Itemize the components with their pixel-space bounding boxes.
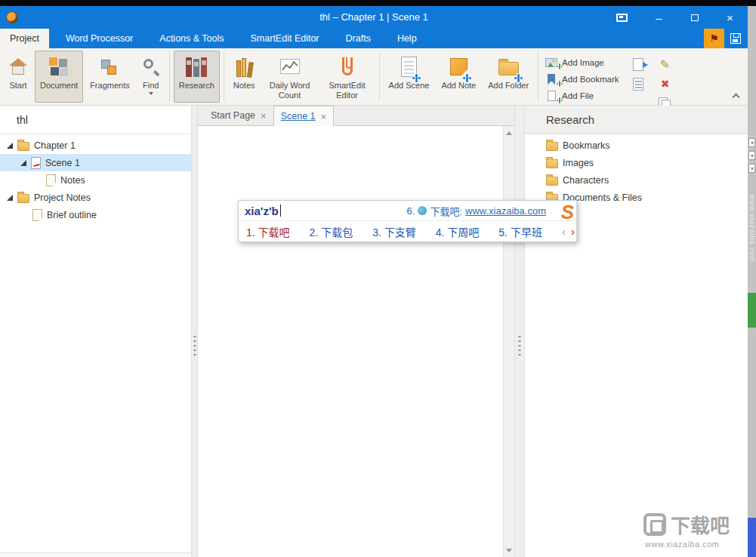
ribbon-find-button[interactable]: Find (137, 51, 165, 103)
splitter-grip[interactable] (519, 336, 521, 355)
export-document-button[interactable] (628, 55, 648, 73)
menu-actions-tools[interactable]: Actions & Tools (150, 29, 233, 48)
ribbon-label: Find (143, 81, 159, 91)
close-button[interactable]: × (712, 6, 748, 29)
ribbon-add-folder-button[interactable]: Add Folder (483, 51, 534, 103)
ribbon-daily-word-count-button[interactable]: Daily Word Count (262, 51, 318, 103)
add-file-button[interactable]: Add File (543, 88, 619, 104)
tree-item-bookmarks[interactable]: Bookmarks (525, 137, 748, 154)
watermark-url: www.xiazaiba.com (643, 540, 748, 549)
app-window: thl – Chapter 1 | Scene 1 – × Project Wo… (0, 0, 748, 557)
folder-icon (17, 142, 29, 151)
edge-watermark-text: www.xiazaiba.com (748, 195, 756, 263)
menu-drafts[interactable]: Drafts (336, 29, 381, 48)
ime-prev-page-button[interactable]: ‹ (562, 225, 566, 238)
tree-item-label: Project Notes (34, 192, 91, 203)
binders-icon (186, 54, 207, 79)
titlebar[interactable]: thl – Chapter 1 | Scene 1 – × (0, 6, 748, 29)
tab-close-icon[interactable]: × (261, 110, 267, 122)
right-splitter[interactable] (514, 106, 525, 557)
menu-smartedit-editor[interactable]: SmartEdit Editor (241, 29, 329, 48)
menu-help[interactable]: Help (387, 29, 427, 48)
ribbon-toolbar: Start Document Fragments Find Research N… (0, 48, 748, 106)
maximize-button[interactable] (677, 6, 712, 29)
ribbon-document-button[interactable]: Document (35, 51, 83, 103)
tab-label: Start Page (211, 110, 255, 121)
document-list-button[interactable] (628, 75, 648, 93)
favicon-icon (418, 206, 427, 215)
note-icon (32, 209, 42, 221)
text-editor-surface[interactable] (198, 126, 514, 557)
ribbon-smartedit-editor-button[interactable]: SmartEdit Editor (319, 51, 375, 103)
add-note-icon (450, 54, 467, 79)
menubar: Project Word Processor Actions & Tools S… (0, 29, 748, 48)
scene-document-icon (31, 157, 41, 169)
ime-web-url[interactable]: www.xiazaiba.com (465, 205, 546, 217)
ime-candidate-2[interactable]: 2. 下载包 (310, 224, 353, 239)
ime-candidate-3[interactable]: 3. 下支臂 (372, 224, 416, 239)
tab-start-page[interactable]: Start Page × (204, 106, 273, 125)
edge-artifact (748, 518, 756, 557)
ribbon-label: SmartEdit Editor (325, 81, 370, 100)
vertical-scrollbar[interactable] (503, 126, 514, 557)
ribbon-separator (169, 51, 170, 101)
paperclip-icon (342, 54, 353, 79)
tree-item-label: Chapter 1 (34, 140, 76, 151)
folder-icon (546, 159, 558, 168)
splitter-grip[interactable] (193, 336, 196, 355)
window-title: thl – Chapter 1 | Scene 1 (0, 6, 748, 29)
ime-web-suggestion[interactable]: 6. 下载吧: www.xiazaiba.com (407, 204, 546, 218)
ime-next-page-button[interactable]: › (571, 225, 575, 238)
save-button[interactable] (724, 29, 746, 48)
tree-item-images[interactable]: Images (525, 154, 748, 171)
delete-button[interactable]: ✖ (656, 75, 675, 93)
ime-candidate-1[interactable]: 1. 下载吧 (246, 224, 290, 239)
collapse-ribbon-button[interactable] (730, 91, 742, 101)
ime-popup: xia'z'b 6. 下载吧: www.xiazaiba.com 1. 下载吧 … (238, 200, 577, 242)
left-splitter[interactable] (191, 106, 198, 557)
tree-item-project-notes[interactable]: Project Notes (0, 189, 191, 206)
menu-word-processor[interactable]: Word Processor (56, 29, 143, 48)
ribbon-fragments-button[interactable]: Fragments (85, 51, 135, 103)
scroll-up-button[interactable] (504, 127, 514, 139)
tab-close-icon[interactable]: × (321, 111, 327, 122)
ribbon-add-scene-button[interactable]: Add Scene (384, 51, 435, 103)
tree-item-label: Brief outline (47, 210, 97, 220)
tab-scene-1[interactable]: Scene 1 × (273, 106, 334, 126)
ribbon-start-button[interactable]: Start (3, 51, 33, 103)
scroll-down-button[interactable] (504, 544, 514, 556)
menu-project[interactable]: Project (0, 29, 49, 48)
ribbon-label: Start (9, 81, 26, 91)
editor-area: Start Page × Scene 1 × (198, 106, 514, 557)
tree-item-scene-1[interactable]: Scene 1 (0, 154, 191, 171)
add-image-button[interactable]: Add Image (543, 54, 619, 71)
add-bookmark-button[interactable]: Add Bookmark (543, 71, 619, 88)
ribbon-research-button[interactable]: Research (174, 51, 220, 103)
edit-button[interactable]: ✎ (656, 55, 675, 73)
expander-icon[interactable] (6, 142, 14, 149)
expander-icon[interactable] (20, 159, 27, 167)
flag-button[interactable]: ⚑ (704, 29, 724, 48)
ribbon-label: Research (179, 81, 214, 91)
expander-icon[interactable] (6, 194, 14, 202)
tree-item-notes[interactable]: Notes (0, 171, 191, 189)
minimize-button[interactable]: – (641, 6, 677, 29)
ribbon-label: Daily Word Count (267, 81, 313, 100)
ime-candidate-5[interactable]: 5. 下早班 (498, 224, 542, 239)
ime-candidate-4[interactable]: 4. 下周吧 (436, 224, 480, 239)
ribbon-label: Add Folder (488, 81, 529, 91)
sogou-logo-icon: S (561, 201, 574, 224)
research-panel: Research Bookmarks Images Characters Doc… (525, 106, 748, 557)
ribbon-add-note-button[interactable]: Add Note (436, 51, 481, 103)
ime-web-index: 6. (407, 205, 415, 217)
tree-item-chapter-1[interactable]: Chapter 1 (0, 137, 191, 154)
edge-artifact (748, 138, 755, 147)
tree-item-brief-outline[interactable]: Brief outline (0, 206, 191, 223)
ribbon-notes-button[interactable]: Notes (228, 51, 261, 103)
ribbon-icon-column: ✎ ✖ (656, 51, 675, 114)
tree-item-characters[interactable]: Characters (525, 171, 748, 189)
editor-tabbar: Start Page × Scene 1 × (198, 106, 514, 126)
panel-bottom-divider (0, 552, 191, 557)
dock-window-button[interactable] (609, 6, 634, 29)
small-button-label: Add Bookmark (562, 75, 619, 84)
